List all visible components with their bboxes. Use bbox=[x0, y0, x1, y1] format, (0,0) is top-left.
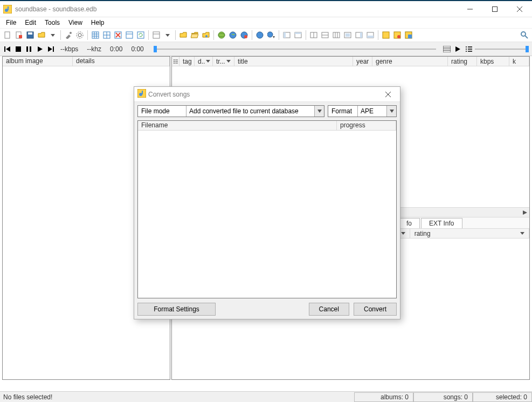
globe2-icon[interactable] bbox=[227, 30, 238, 40]
window-title: soundbase - soundbase.edb bbox=[15, 5, 458, 13]
grid2-icon[interactable] bbox=[101, 30, 112, 40]
menu-view[interactable]: View bbox=[65, 18, 86, 28]
svg-point-14 bbox=[77, 32, 83, 38]
toolbar-separator bbox=[306, 30, 306, 40]
save-icon[interactable] bbox=[25, 30, 36, 40]
col-rating[interactable]: rating bbox=[448, 57, 477, 66]
grid-refresh-icon[interactable] bbox=[135, 30, 146, 40]
svg-rect-68 bbox=[30, 46, 31, 52]
col-select-icon[interactable] bbox=[172, 57, 179, 66]
svg-rect-15 bbox=[92, 32, 99, 38]
layout3-icon[interactable] bbox=[331, 30, 342, 40]
file-mode-select[interactable]: File mode Add converted file to current … bbox=[137, 105, 324, 117]
col-disc[interactable]: d.. bbox=[195, 57, 213, 66]
layout4-icon[interactable] bbox=[342, 30, 353, 40]
playlist-view-icon[interactable] bbox=[443, 45, 451, 53]
svg-marker-70 bbox=[48, 46, 52, 52]
play-button[interactable] bbox=[36, 45, 44, 53]
search-icon[interactable] bbox=[519, 30, 530, 40]
col-khz[interactable]: k bbox=[509, 57, 529, 66]
layout5-icon[interactable] bbox=[354, 30, 364, 40]
dialog-titlebar: Convert songs bbox=[134, 87, 400, 102]
status-songs: songs: 0 bbox=[413, 392, 473, 402]
subcol-rating[interactable]: rating bbox=[410, 229, 529, 238]
col-progress[interactable]: progress bbox=[337, 121, 396, 130]
panel1-icon[interactable] bbox=[281, 30, 292, 40]
titlebar: soundbase - soundbase.edb bbox=[0, 1, 532, 17]
col-tag[interactable]: tag bbox=[179, 57, 195, 66]
maximize-button[interactable] bbox=[482, 1, 507, 17]
panel2-icon[interactable] bbox=[293, 30, 303, 40]
grid1-icon[interactable] bbox=[90, 30, 101, 40]
svg-marker-95 bbox=[390, 110, 394, 113]
grid-delete-icon[interactable] bbox=[113, 30, 123, 40]
folder-music-icon[interactable] bbox=[201, 30, 211, 40]
layout1-icon[interactable] bbox=[308, 30, 319, 40]
svg-rect-29 bbox=[153, 32, 160, 38]
chevron-down-icon[interactable] bbox=[314, 106, 324, 117]
open-dropdown-icon[interactable] bbox=[47, 30, 58, 40]
menu-edit[interactable]: Edit bbox=[21, 18, 40, 28]
format-select[interactable]: Format APE bbox=[328, 105, 397, 117]
globe1-icon[interactable] bbox=[216, 30, 227, 40]
sort-desc-icon bbox=[226, 60, 231, 63]
menu-file[interactable]: File bbox=[2, 18, 20, 28]
app2-icon[interactable] bbox=[392, 30, 403, 40]
next-button[interactable] bbox=[46, 45, 55, 53]
svg-point-31 bbox=[205, 35, 208, 37]
table-icon[interactable] bbox=[151, 30, 162, 40]
folder-icon[interactable] bbox=[178, 30, 189, 40]
open-icon[interactable] bbox=[36, 30, 47, 40]
convert-button[interactable]: Convert bbox=[354, 303, 397, 316]
web-icon[interactable] bbox=[254, 30, 265, 40]
play-mode-icon[interactable] bbox=[453, 45, 462, 53]
seek-slider[interactable] bbox=[154, 45, 436, 53]
layout2-icon[interactable] bbox=[320, 30, 330, 40]
col-title[interactable]: title bbox=[234, 57, 353, 66]
grid3-icon[interactable] bbox=[124, 30, 135, 40]
col-filename[interactable]: Filename bbox=[138, 121, 337, 130]
col-details[interactable]: details bbox=[73, 57, 170, 66]
col-album-image[interactable]: album image bbox=[3, 57, 73, 66]
format-settings-button[interactable]: Format Settings bbox=[137, 303, 216, 316]
globe3-icon[interactable] bbox=[239, 30, 250, 40]
svg-marker-88 bbox=[523, 210, 527, 215]
khz-label: --khz bbox=[84, 45, 105, 53]
col-track[interactable]: tr... bbox=[213, 57, 234, 66]
prev-button[interactable] bbox=[3, 45, 12, 53]
volume-slider[interactable] bbox=[475, 45, 529, 53]
scroll-right-icon[interactable] bbox=[521, 208, 529, 217]
settings-icon[interactable] bbox=[74, 30, 85, 40]
tab-info[interactable]: fo bbox=[398, 218, 420, 228]
stop-button[interactable] bbox=[14, 45, 23, 53]
menu-tools[interactable]: Tools bbox=[41, 18, 64, 28]
cancel-button[interactable]: Cancel bbox=[309, 303, 349, 316]
menu-help[interactable]: Help bbox=[87, 18, 108, 28]
app3-icon[interactable] bbox=[403, 30, 414, 40]
col-genre[interactable]: genre bbox=[372, 57, 448, 66]
kbps-label: --kbps bbox=[57, 45, 81, 53]
elapsed-label: 0:00 bbox=[107, 45, 126, 53]
web-dropdown-icon[interactable] bbox=[266, 30, 277, 40]
folder-open-icon[interactable] bbox=[189, 30, 200, 40]
col-year[interactable]: year bbox=[353, 57, 372, 66]
new-db-icon[interactable] bbox=[13, 30, 24, 40]
col-kbps[interactable]: kbps bbox=[477, 57, 509, 66]
tools-icon[interactable] bbox=[63, 30, 74, 40]
app1-icon[interactable] bbox=[381, 30, 391, 40]
minimize-button[interactable] bbox=[458, 1, 482, 17]
sort-desc-icon bbox=[206, 60, 210, 63]
pause-button[interactable] bbox=[25, 45, 33, 53]
dialog-close-button[interactable] bbox=[377, 87, 399, 101]
tab-ext-info[interactable]: EXT Info bbox=[421, 218, 462, 228]
chevron-down-icon[interactable] bbox=[386, 106, 396, 117]
close-button[interactable] bbox=[507, 1, 532, 17]
list-mode-icon[interactable] bbox=[464, 45, 473, 53]
dialog-body: File mode Add converted file to current … bbox=[134, 102, 400, 319]
toolbar bbox=[0, 28, 532, 42]
svg-rect-56 bbox=[367, 36, 374, 38]
new-icon[interactable] bbox=[2, 30, 13, 40]
svg-marker-69 bbox=[38, 46, 43, 52]
layout6-icon[interactable] bbox=[365, 30, 376, 40]
table-dropdown-icon[interactable] bbox=[162, 30, 173, 40]
